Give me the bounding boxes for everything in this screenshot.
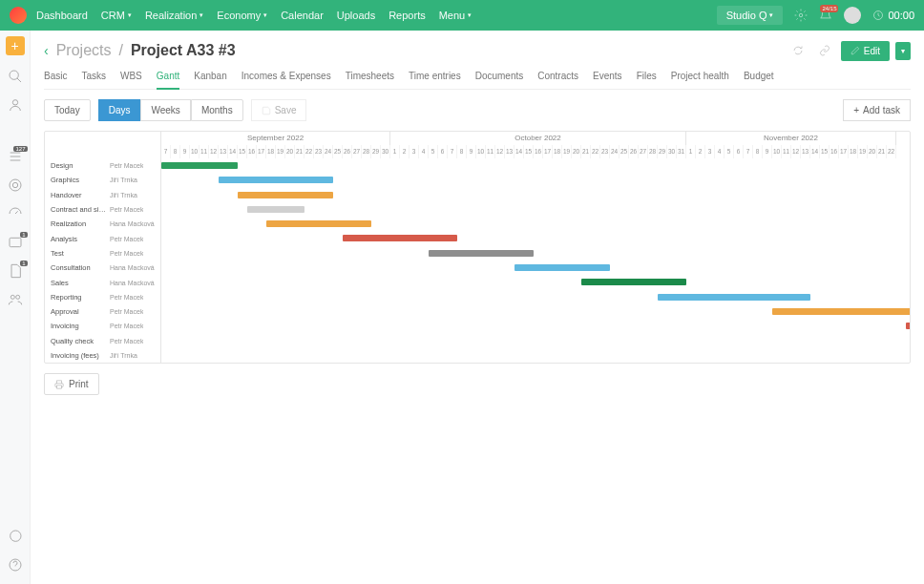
tab-events[interactable]: Events [593,67,622,89]
tab-timesheets[interactable]: Timesheets [346,67,394,89]
day-header: 4 [715,145,724,158]
app-logo[interactable] [10,7,27,24]
day-header: 13 [219,145,228,158]
chevron-down-icon: ▾ [200,11,203,19]
day-header: 27 [639,145,648,158]
breadcrumb-projects[interactable]: Projects [56,42,112,59]
gantt-bar[interactable] [238,192,333,198]
task-row[interactable]: DesignPetr Macek [45,158,160,173]
document-icon[interactable]: 1 [8,263,23,279]
svg-rect-6 [10,238,21,246]
refresh-icon[interactable] [788,40,808,61]
nav-menu[interactable]: Menu▾ [439,10,472,21]
gantt-bar[interactable] [343,235,457,241]
timer[interactable]: 00:00 [872,10,914,21]
task-row[interactable]: Contract and signaturePetr Macek [45,202,160,217]
days-button[interactable]: Days [98,99,141,121]
bell-icon[interactable]: 24/15 [819,9,832,22]
day-header: 12 [209,145,219,158]
day-header: 13 [505,145,514,158]
task-row[interactable]: ConsultationHana Macková [45,261,160,275]
tab-project-health[interactable]: Project health [671,67,729,89]
tabs: BasicTasksWBSGanttKanbanIncomes & Expens… [44,67,911,90]
chat-icon[interactable] [8,529,23,544]
add-button[interactable]: + [6,36,25,55]
gantt-bar[interactable] [219,177,333,183]
tab-contracts[interactable]: Contracts [537,67,578,89]
tab-kanban[interactable]: Kanban [194,67,226,89]
gantt-bar[interactable] [906,323,911,329]
task-row[interactable]: ApprovalPetr Macek [45,304,160,319]
save-button[interactable]: Save [251,99,307,121]
day-header: 10 [476,145,486,158]
day-header: 18 [849,145,858,158]
gantt-bar[interactable] [161,162,238,169]
tab-documents[interactable]: Documents [475,67,524,89]
nav-calendar[interactable]: Calendar [281,10,324,21]
today-button[interactable]: Today [44,99,91,121]
task-row[interactable]: AnalysisPetr Macek [45,231,160,245]
print-button[interactable]: Print [44,373,99,395]
tab-gantt[interactable]: Gantt [157,67,179,90]
gantt-bar[interactable] [658,294,810,301]
help-icon[interactable] [8,557,23,573]
task-row[interactable]: RealizationHana Macková [45,217,160,231]
task-row[interactable]: SalesHana Macková [45,275,160,289]
task-row[interactable]: TestPetr Macek [45,246,160,261]
task-row[interactable]: Quality checkPetr Macek [45,334,160,348]
add-task-button[interactable]: +Add task [843,99,911,121]
gantt-bar[interactable] [581,279,686,285]
day-header: 24 [324,145,333,158]
tab-basic[interactable]: Basic [44,67,67,89]
link-icon[interactable] [814,40,835,61]
gantt-row [161,158,910,173]
task-row[interactable]: GraphicsJiří Trnka [45,173,160,187]
gantt-bar[interactable] [429,250,534,257]
search-icon[interactable] [8,69,23,84]
tab-files[interactable]: Files [637,67,657,89]
weeks-button[interactable]: Weeks [140,99,190,121]
back-button[interactable]: ‹ [44,43,49,58]
task-row[interactable]: Invoicing (fees)Jiří Trnka [45,348,160,363]
tab-budget[interactable]: Budget [744,67,774,89]
day-header: 3 [410,145,419,158]
gantt-bar[interactable] [772,308,911,315]
gantt-bar[interactable] [266,220,371,227]
task-name: Design [51,161,110,170]
workspace-switcher[interactable]: Studio Q ▾ [717,6,784,25]
tab-wbs[interactable]: WBS [120,67,142,89]
gauge-icon[interactable] [8,206,23,221]
settings-icon[interactable] [794,9,808,22]
day-header: 20 [285,145,295,158]
months-button[interactable]: Months [191,99,243,121]
task-row[interactable]: ReportingPetr Macek [45,290,160,304]
tab-tasks[interactable]: Tasks [81,67,106,89]
tab-time-entries[interactable]: Time entries [409,67,461,89]
left-sidebar: + 127 1 1 [0,31,31,584]
person-icon[interactable] [8,97,23,113]
day-header: 18 [553,145,562,158]
day-header: 16 [247,145,257,158]
task-row[interactable]: HandoverJiří Trnka [45,188,160,202]
edit-button[interactable]: Edit [841,41,890,61]
list-icon[interactable]: 127 [8,149,23,164]
tab-incomes-expenses[interactable]: Incomes & Expenses [242,67,331,89]
nav-crm[interactable]: CRM▾ [101,10,132,21]
day-header: 16 [534,145,543,158]
day-header: 14 [810,145,820,158]
day-header: 9 [180,145,190,158]
target-icon[interactable] [8,177,23,193]
edit-dropdown[interactable]: ▾ [895,42,911,60]
gantt-bar[interactable] [247,206,304,213]
nav-dashboard[interactable]: Dashboard [36,10,88,21]
month-header: October 2022 [390,132,686,145]
nav-reports[interactable]: Reports [388,10,426,21]
nav-realization[interactable]: Realization▾ [145,10,203,21]
people-icon[interactable] [8,292,23,307]
folder-icon[interactable]: 1 [8,235,23,250]
avatar[interactable] [844,7,861,24]
nav-uploads[interactable]: Uploads [337,10,375,21]
task-row[interactable]: InvoicingPetr Macek [45,319,160,333]
gantt-bar[interactable] [514,264,610,271]
nav-economy[interactable]: Economy▾ [217,10,267,21]
